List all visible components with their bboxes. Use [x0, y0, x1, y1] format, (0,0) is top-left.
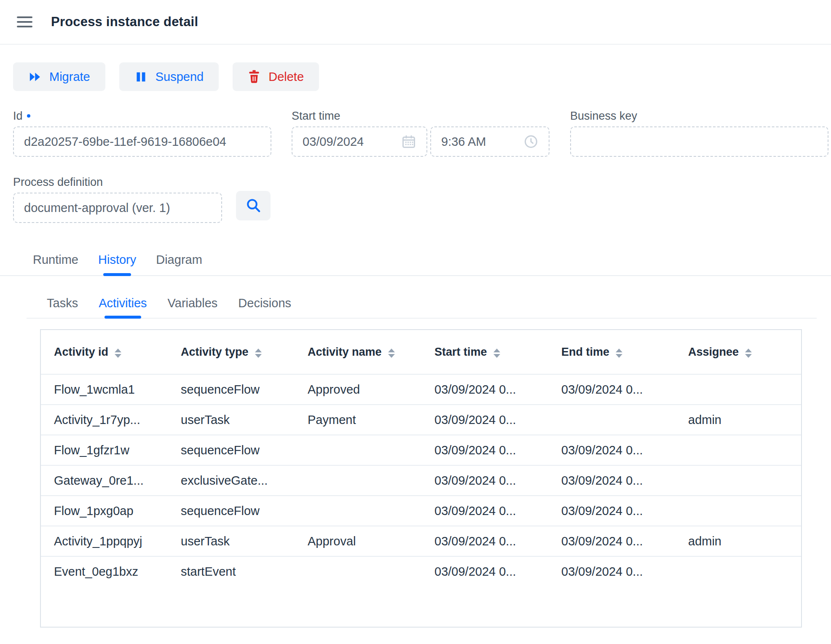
process-definition-label: Process definition [13, 176, 271, 188]
sort-arrows-icon[interactable] [616, 349, 622, 358]
column-header-start-time[interactable]: Start time [421, 330, 548, 374]
id-label: Id [13, 110, 271, 122]
delete-button-label: Delete [268, 70, 304, 84]
table-header-row: Activity id Activity type Activity name … [41, 330, 801, 374]
cell-end-time: 03/09/2024 0... [548, 465, 675, 496]
cell-end-time: 03/09/2024 0... [548, 374, 675, 405]
search-icon [245, 197, 262, 215]
column-header-assignee[interactable]: Assignee [675, 330, 801, 374]
clock-icon[interactable] [523, 134, 539, 149]
business-key-label: Business key [570, 110, 828, 122]
trash-icon [248, 70, 260, 83]
cell-activity-name [295, 556, 421, 587]
start-date-input[interactable]: 03/09/2024 [292, 126, 427, 157]
cell-activity-type: exclusiveGate... [168, 465, 295, 496]
sort-arrows-icon[interactable] [493, 349, 500, 358]
cell-activity-type: startEvent [168, 556, 295, 587]
cell-start-time: 03/09/2024 0... [421, 435, 548, 465]
start-time-field-group: Start time 03/09/2024 [292, 110, 550, 157]
cell-start-time: 03/09/2024 0... [421, 496, 548, 526]
tab-runtime[interactable]: Runtime [33, 253, 78, 275]
id-input[interactable]: d2a20257-69be-11ef-9619-16806e04 [13, 126, 271, 157]
migrate-button[interactable]: Migrate [13, 62, 105, 91]
table-row[interactable]: Event_0eg1bxz startEvent 03/09/2024 0...… [41, 556, 801, 587]
cell-assignee [675, 465, 801, 496]
cell-activity-name: Payment [295, 405, 421, 435]
page-title: Process instance detail [51, 14, 198, 30]
table-row[interactable]: Gateway_0re1... exclusiveGate... 03/09/2… [41, 465, 801, 496]
cell-end-time [548, 405, 675, 435]
pause-icon [134, 70, 147, 83]
cell-activity-type: sequenceFlow [168, 374, 295, 405]
suspend-button[interactable]: Suspend [119, 62, 219, 91]
cell-assignee [675, 556, 801, 587]
activities-table: Activity id Activity type Activity name … [41, 330, 801, 587]
business-key-field-group: Business key [570, 110, 828, 157]
calendar-icon[interactable] [401, 134, 416, 149]
delete-button[interactable]: Delete [233, 62, 319, 91]
sort-arrows-icon[interactable] [388, 349, 395, 358]
app-header: Process instance detail [0, 0, 831, 45]
column-header-activity-type[interactable]: Activity type [168, 330, 295, 374]
cell-assignee [675, 496, 801, 526]
history-subtabs-bar: Tasks Activities Variables Decisions [27, 297, 817, 319]
process-definition-search-button[interactable] [236, 191, 271, 220]
sort-arrows-icon[interactable] [255, 349, 262, 358]
cell-activity-id: Flow_1gfzr1w [41, 435, 168, 465]
cell-assignee: admin [675, 405, 801, 435]
subtab-decisions[interactable]: Decisions [238, 297, 291, 318]
table-row[interactable]: Activity_1r7yp... userTask Payment 03/09… [41, 405, 801, 435]
subtab-variables[interactable]: Variables [168, 297, 218, 318]
process-definition-field-group: Process definition document-approval (ve… [13, 176, 271, 223]
business-key-input[interactable] [570, 126, 828, 157]
id-field-group: Id d2a20257-69be-11ef-9619-16806e04 [13, 110, 271, 157]
cell-start-time: 03/09/2024 0... [421, 465, 548, 496]
cell-start-time: 03/09/2024 0... [421, 374, 548, 405]
cell-assignee [675, 374, 801, 405]
sort-arrows-icon[interactable] [745, 349, 752, 358]
cell-activity-type: sequenceFlow [168, 496, 295, 526]
column-header-activity-id[interactable]: Activity id [41, 330, 168, 374]
column-header-end-time[interactable]: End time [548, 330, 675, 374]
subtab-tasks[interactable]: Tasks [47, 297, 78, 318]
cell-activity-name [295, 496, 421, 526]
cell-activity-id: Event_0eg1bxz [41, 556, 168, 587]
cell-activity-name: Approval [295, 526, 421, 556]
column-header-activity-name[interactable]: Activity name [295, 330, 421, 374]
sort-arrows-icon[interactable] [115, 349, 121, 358]
process-definition-input[interactable]: document-approval (ver. 1) [13, 193, 222, 223]
cell-activity-name [295, 435, 421, 465]
cell-activity-name [295, 465, 421, 496]
cell-end-time: 03/09/2024 0... [548, 526, 675, 556]
tab-diagram[interactable]: Diagram [156, 253, 202, 275]
cell-activity-type: sequenceFlow [168, 435, 295, 465]
cell-assignee [675, 435, 801, 465]
activities-table-card: Activity id Activity type Activity name … [40, 329, 802, 628]
fast-forward-icon [28, 70, 41, 83]
table-row[interactable]: Activity_1ppqpyj userTask Approval 03/09… [41, 526, 801, 556]
required-dot [27, 114, 30, 118]
cell-activity-id: Flow_1pxg0ap [41, 496, 168, 526]
cell-end-time: 03/09/2024 0... [548, 556, 675, 587]
table-row[interactable]: Flow_1wcmla1 sequenceFlow Approved 03/09… [41, 374, 801, 405]
cell-start-time: 03/09/2024 0... [421, 526, 548, 556]
cell-activity-id: Activity_1ppqpyj [41, 526, 168, 556]
start-time-label: Start time [292, 110, 550, 122]
action-buttons: Migrate Suspend Delete [13, 62, 831, 91]
cell-assignee: admin [675, 526, 801, 556]
cell-start-time: 03/09/2024 0... [421, 405, 548, 435]
table-row[interactable]: Flow_1pxg0ap sequenceFlow 03/09/2024 0..… [41, 496, 801, 526]
subtab-activities[interactable]: Activities [99, 297, 147, 318]
start-time-input[interactable]: 9:36 AM [430, 126, 550, 157]
cell-activity-type: userTask [168, 526, 295, 556]
menu-icon[interactable] [17, 16, 32, 27]
migrate-button-label: Migrate [49, 70, 90, 84]
cell-activity-id: Gateway_0re1... [41, 465, 168, 496]
cell-start-time: 03/09/2024 0... [421, 556, 548, 587]
tab-history[interactable]: History [98, 253, 136, 275]
cell-activity-id: Flow_1wcmla1 [41, 374, 168, 405]
process-instance-form: Id d2a20257-69be-11ef-9619-16806e04 Star… [13, 110, 831, 223]
suspend-button-label: Suspend [155, 70, 204, 84]
table-row[interactable]: Flow_1gfzr1w sequenceFlow 03/09/2024 0..… [41, 435, 801, 465]
text-fade-overlay [247, 127, 271, 156]
